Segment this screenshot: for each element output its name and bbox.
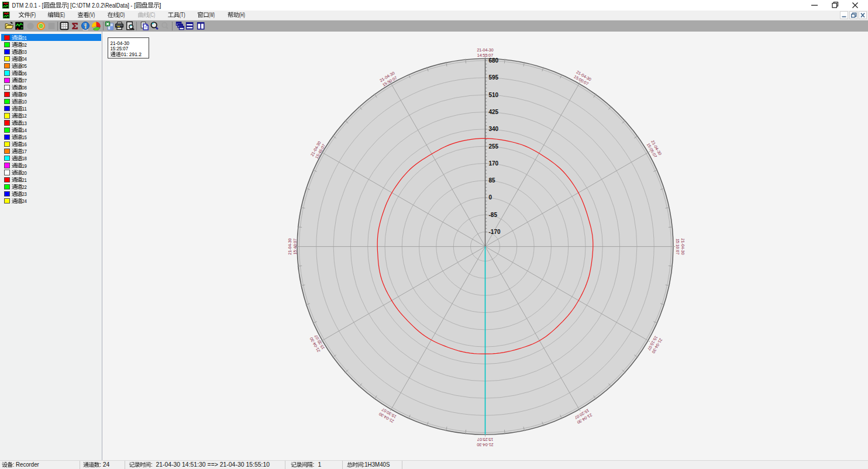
svg-text:20: 20 (22, 170, 27, 176)
svg-text:] [C:\DTM 2.0.2\RealData] - [: ] [C:\DTM 2.0.2\RealData] - [ (67, 2, 136, 9)
svg-text:24: 24 (22, 198, 27, 204)
svg-text::1H3M40S: :1H3M40S (363, 461, 390, 468)
svg-text:07: 07 (22, 77, 27, 84)
svg-text:11: 11 (22, 105, 27, 112)
svg-text:13: 13 (22, 120, 27, 126)
svg-text:(F): (F) (30, 11, 36, 18)
svg-text:: Recorder: : Recorder (13, 461, 40, 468)
svg-text:08: 08 (22, 84, 27, 91)
svg-text:03: 03 (22, 49, 27, 55)
svg-text:(V): (V) (89, 11, 95, 18)
svg-text:(E): (E) (59, 11, 65, 18)
svg-text:18: 18 (22, 155, 27, 161)
svg-text:15: 15 (22, 134, 27, 140)
svg-text:05: 05 (22, 63, 27, 69)
svg-text:(O): (O) (119, 11, 125, 18)
svg-text:(C): (C) (149, 11, 155, 18)
svg-text:22: 22 (22, 184, 27, 190)
svg-text:12: 12 (22, 112, 27, 119)
svg-text:]: ] (159, 2, 161, 9)
svg-text:10: 10 (22, 98, 27, 105)
svg-text:04: 04 (22, 56, 27, 62)
svg-text:23: 23 (22, 191, 27, 197)
svg-text:09: 09 (22, 91, 27, 98)
svg-text:21-04-30 14:51:30 ==> 21-04-30: 21-04-30 14:51:30 ==> 21-04-30 15:55:10 (156, 461, 270, 468)
svg-text:(T): (T) (180, 11, 185, 18)
svg-text:01: 291.2: 01: 291.2 (121, 51, 142, 57)
svg-text:(W): (W) (209, 11, 215, 18)
svg-text:DTM 2.0.1 - [: DTM 2.0.1 - [ (12, 2, 44, 9)
svg-text::: : (151, 461, 153, 468)
svg-text:1: 1 (318, 461, 322, 468)
svg-text:17: 17 (22, 148, 27, 154)
svg-text:14: 14 (22, 127, 27, 133)
svg-text:06: 06 (22, 70, 27, 77)
svg-text:02: 02 (22, 42, 27, 48)
svg-text:21: 21 (22, 177, 27, 183)
svg-text:16: 16 (22, 141, 27, 147)
svg-text:(H): (H) (239, 11, 245, 18)
svg-text:19: 19 (22, 163, 27, 169)
svg-text:01: 01 (22, 35, 27, 41)
svg-text::: : (312, 461, 314, 468)
svg-text:: 24: : 24 (99, 461, 110, 468)
